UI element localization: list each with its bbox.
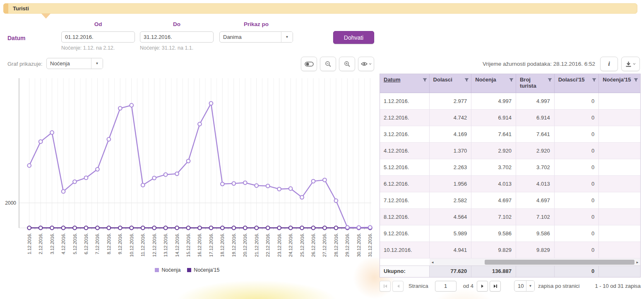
filter-icon[interactable]: [592, 78, 596, 82]
date-from-hint: Noćenje: 1.12. na 2.12.: [61, 45, 115, 51]
table-cell: [599, 143, 640, 159]
column-header-label: Broj turista: [520, 77, 536, 89]
table-cell: 4.941: [430, 242, 472, 258]
column-header-label: Dolasci: [433, 77, 452, 83]
data-updated-text: Vrijeme ažurnosti podataka: 28.12.2016. …: [483, 61, 595, 67]
svg-text:19.12.2016.: 19.12.2016.: [231, 233, 236, 257]
filter-icon[interactable]: [423, 78, 427, 82]
table-row[interactable]: 4.12.2016.1.3702.9202.9200: [380, 143, 640, 159]
hscrollbar-track[interactable]: ◂ ▸: [430, 258, 640, 266]
svg-text:24.12.2016.: 24.12.2016.: [288, 233, 293, 257]
first-page-button[interactable]: [380, 281, 391, 292]
table-cell: [599, 209, 640, 225]
scroll-left-icon[interactable]: ◂: [430, 258, 435, 266]
table-row[interactable]: 3.12.2016.4.1697.6417.6410: [380, 126, 640, 143]
page-number-input[interactable]: [435, 281, 457, 292]
chart-toggle-button[interactable]: [301, 57, 317, 71]
table-cell: 2.263: [430, 159, 472, 176]
column-header[interactable]: Dolasci: [430, 74, 472, 93]
table-cell: [599, 192, 640, 209]
hscrollbar-thumb[interactable]: [485, 260, 634, 265]
legend-item[interactable]: Noćenja'15: [187, 267, 219, 273]
last-page-button[interactable]: [490, 281, 501, 292]
svg-text:9.12.2016.: 9.12.2016.: [118, 233, 123, 254]
legend-label: Noćenja'15: [194, 267, 219, 273]
next-page-button[interactable]: [477, 281, 488, 292]
column-header[interactable]: Broj turista: [516, 74, 555, 93]
export-button[interactable]: [621, 57, 640, 71]
chevron-down-icon: ▼: [96, 62, 99, 65]
svg-text:20.12.2016.: 20.12.2016.: [243, 233, 248, 257]
table-cell: 5.989: [430, 225, 472, 242]
legend-item[interactable]: Noćenja: [155, 267, 180, 273]
scroll-right-icon[interactable]: ▸: [634, 258, 640, 266]
table-row[interactable]: 9.12.2016.5.9899.5869.5860: [380, 225, 640, 242]
filter-icon[interactable]: [509, 78, 514, 82]
svg-text:6.12.2016.: 6.12.2016.: [84, 233, 89, 254]
svg-text:13.12.2016.: 13.12.2016.: [163, 233, 168, 257]
table-cell: 4.997: [471, 93, 516, 110]
filter-icon[interactable]: [464, 78, 469, 82]
graf-prikazuje-select[interactable]: Noćenja ▼: [46, 58, 103, 69]
table-cell: 0: [555, 110, 599, 126]
svg-text:2000: 2000: [5, 200, 16, 206]
table-cell: 2.920: [516, 143, 555, 159]
svg-text:30.12.2016.: 30.12.2016.: [356, 233, 361, 257]
column-header[interactable]: Dolasci'15: [555, 74, 599, 93]
table-cell: 7.12.2016.: [380, 192, 430, 209]
table-cell: 7.641: [471, 126, 516, 143]
table-cell: 10.12.2016.: [380, 242, 430, 258]
arrow-right-icon: [481, 284, 484, 288]
column-header-label: Datum: [384, 77, 400, 83]
table-cell: 1.12.2016.: [380, 93, 430, 110]
svg-text:27.12.2016.: 27.12.2016.: [322, 233, 327, 257]
filter-icon[interactable]: [634, 78, 638, 82]
page-title: Turisti: [13, 5, 29, 12]
table-cell: [599, 242, 640, 258]
date-to-hint: Noćenje: 31.12. na 1.1.: [140, 45, 193, 51]
table-cell: 0: [555, 159, 599, 176]
date-from-input[interactable]: [62, 32, 135, 42]
table-cell: 6.12.2016.: [380, 176, 430, 192]
grid-body: 1.12.2016.2.9774.9974.99702.12.2016.4.74…: [380, 93, 640, 258]
svg-text:18.12.2016.: 18.12.2016.: [220, 233, 225, 257]
app-root: Turisti Od Do Prikaz po Datum: [0, 0, 644, 299]
svg-text:21.12.2016.: 21.12.2016.: [254, 233, 259, 257]
date-to-input[interactable]: [140, 32, 214, 42]
svg-text:12.12.2016.: 12.12.2016.: [152, 233, 157, 257]
column-header[interactable]: Noćenja: [471, 74, 516, 93]
table-row[interactable]: 1.12.2016.2.9774.9974.9970: [380, 93, 640, 110]
table-cell: 9.586: [516, 225, 555, 242]
table-cell: 6.914: [516, 110, 555, 126]
prev-page-button[interactable]: [392, 281, 404, 292]
prikaz-po-select[interactable]: Danima ▼: [219, 31, 293, 43]
page-size-dropdown-button[interactable]: ▼: [526, 281, 534, 291]
svg-text:5.12.2016.: 5.12.2016.: [72, 233, 77, 254]
table-cell: 4.169: [430, 126, 472, 143]
info-button[interactable]: i: [600, 57, 618, 71]
table-row[interactable]: 5.12.2016.2.2633.7023.7020: [380, 159, 640, 176]
column-header[interactable]: Datum: [380, 74, 430, 93]
table-cell: 2.12.2016.: [380, 110, 430, 126]
filter-icon[interactable]: [548, 78, 552, 82]
table-cell: 4.742: [430, 110, 472, 126]
dohvati-button[interactable]: Dohvati: [333, 31, 374, 44]
table-cell: 0: [555, 242, 599, 258]
datum-label: Datum: [7, 35, 26, 41]
table-cell: 8.12.2016.: [380, 209, 430, 225]
chart-toolbar: [301, 57, 374, 71]
column-header[interactable]: Noćenja'15: [599, 74, 640, 93]
table-cell: 4.12.2016.: [380, 143, 430, 159]
prikaz-po-dropdown-button[interactable]: ▼: [281, 32, 293, 42]
table-row[interactable]: 7.12.2016.2.5824.6974.6970: [380, 192, 640, 209]
table-row[interactable]: 6.12.2016.1.9564.0134.0130: [380, 176, 640, 192]
visibility-menu-button[interactable]: [358, 57, 374, 71]
arrow-left-icon: [396, 284, 400, 288]
table-row[interactable]: 8.12.2016.4.5647.1027.1020: [380, 209, 640, 225]
page-size-select[interactable]: 10 ▼: [514, 280, 535, 292]
graf-prikazuje-dropdown-button[interactable]: ▼: [91, 58, 103, 69]
zoom-out-button[interactable]: [320, 57, 336, 71]
zoom-in-button[interactable]: [339, 57, 355, 71]
table-row[interactable]: 2.12.2016.4.7426.9146.9140: [380, 110, 640, 126]
table-row[interactable]: 10.12.2016.4.9419.8299.8290: [380, 242, 640, 258]
